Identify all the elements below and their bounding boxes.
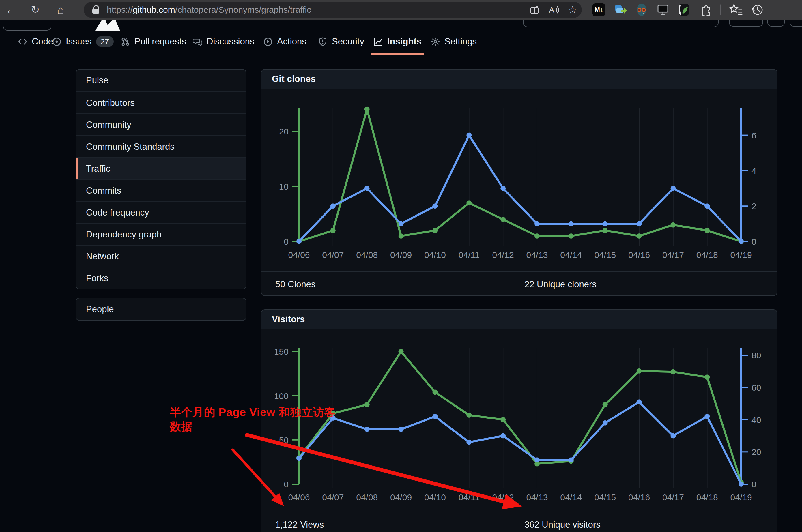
svg-text:50: 50 xyxy=(279,435,288,445)
svg-text:04/15: 04/15 xyxy=(594,493,616,502)
tab-pull-requests[interactable]: Pull requests xyxy=(120,28,186,55)
svg-text:04/08: 04/08 xyxy=(356,250,378,260)
actions-icon xyxy=(263,37,273,46)
favorites-list-icon[interactable] xyxy=(729,3,743,16)
home-icon[interactable]: ⌂ xyxy=(53,2,68,17)
code-icon xyxy=(18,37,27,46)
issue-icon xyxy=(52,37,61,46)
back-icon[interactable]: ← xyxy=(3,2,18,17)
visitors-header: Visitors xyxy=(261,310,777,329)
svg-text:04/06: 04/06 xyxy=(288,493,310,502)
insights-icon xyxy=(373,37,383,46)
sidebar-item-community[interactable]: Community xyxy=(76,113,246,135)
leaf-extension-icon[interactable] xyxy=(678,3,691,16)
addressbar-actions: A ☆ xyxy=(529,2,577,18)
visitors-title: Visitors xyxy=(272,314,305,325)
sidebar-item-traffic[interactable]: Traffic xyxy=(76,157,246,179)
tab-code[interactable]: Code xyxy=(18,28,53,55)
svg-text:0: 0 xyxy=(284,479,288,489)
sidebar-item-dependency-graph[interactable]: Dependency graph xyxy=(76,223,246,245)
sidebar-item-people[interactable]: People xyxy=(76,298,246,320)
people-sidebar-box: People xyxy=(76,298,246,321)
annotation-text: 半个月的 Page View 和独立访客 数据 xyxy=(170,405,336,434)
svg-text:20: 20 xyxy=(279,127,288,136)
views-total: 1,122 Views xyxy=(275,512,324,532)
share-extension-icon[interactable] xyxy=(614,3,627,16)
svg-text:04/14: 04/14 xyxy=(560,250,582,260)
settings-icon xyxy=(431,37,440,46)
screenshot-root: { "colors":{"accent":"#f0917a","green":"… xyxy=(0,0,802,532)
svg-text:80: 80 xyxy=(751,350,761,360)
svg-text:04/17: 04/17 xyxy=(662,493,684,502)
sidebar-item-community-standards[interactable]: Community Standards xyxy=(76,135,246,157)
tab-actions[interactable]: Actions xyxy=(263,28,306,55)
tab-issues[interactable]: Issues27 xyxy=(52,28,114,55)
unique-visitors-total: 362 Unique visitors xyxy=(524,512,600,532)
tab-label: Issues xyxy=(66,36,92,47)
git-clones-header: Git clones xyxy=(261,70,777,89)
sidebar-item-pulse[interactable]: Pulse xyxy=(76,70,246,92)
svg-text:6: 6 xyxy=(751,131,757,140)
visitors-footer: 1,122 Views 362 Unique visitors xyxy=(261,512,777,532)
tab-discussions[interactable]: Discussions xyxy=(193,28,254,55)
svg-text:04/19: 04/19 xyxy=(730,493,752,502)
svg-text:0: 0 xyxy=(284,237,288,246)
clones-total: 50 Clones xyxy=(275,272,316,297)
tab-label: Actions xyxy=(277,36,306,47)
svg-text:04/13: 04/13 xyxy=(526,250,548,260)
git-clones-panel: Git clones 04/0604/0704/0804/0904/1004/1… xyxy=(261,69,778,296)
svg-text:04/16: 04/16 xyxy=(628,493,650,502)
unique-cloners-total: 22 Unique cloners xyxy=(524,272,597,297)
favorite-star-icon[interactable]: ☆ xyxy=(568,5,577,15)
svg-text:04/10: 04/10 xyxy=(424,493,446,502)
tab-label: Pull requests xyxy=(134,36,186,47)
markdown-extension-icon[interactable]: M↓ xyxy=(592,3,605,16)
sidebar-item-code-frequency[interactable]: Code frequency xyxy=(76,201,246,223)
tab-settings[interactable]: Settings xyxy=(431,28,477,55)
svg-text:0: 0 xyxy=(751,479,757,489)
tab-security[interactable]: Security xyxy=(318,28,364,55)
svg-text:04/09: 04/09 xyxy=(390,493,412,502)
svg-text:04/14: 04/14 xyxy=(560,493,582,502)
tab-insights[interactable]: Insights xyxy=(373,28,422,55)
svg-text:04/07: 04/07 xyxy=(322,493,344,502)
svg-text:04/18: 04/18 xyxy=(696,493,718,502)
svg-text:04/11: 04/11 xyxy=(459,493,480,502)
lock-icon xyxy=(92,9,99,14)
url-path: /chatopera/Synonyms/graphs/traffic xyxy=(175,5,311,15)
history-icon[interactable] xyxy=(751,3,764,16)
git-clones-footer: 50 Clones 22 Unique cloners xyxy=(261,271,777,306)
extensions-puzzle-icon[interactable] xyxy=(699,3,712,16)
read-aloud-icon[interactable]: A xyxy=(548,5,559,15)
sidebar-item-forks[interactable]: Forks xyxy=(76,267,246,289)
visitors-chart: 04/0604/0704/0804/0904/1004/1104/1204/13… xyxy=(261,330,778,512)
svg-text:60: 60 xyxy=(751,383,761,392)
svg-text:20: 20 xyxy=(751,447,761,457)
sidebar-item-network[interactable]: Network xyxy=(76,245,246,267)
tab-label: Insights xyxy=(387,36,422,47)
visitors-panel: Visitors 04/0604/0704/0804/0904/1004/110… xyxy=(261,309,778,532)
monitor-extension-icon[interactable] xyxy=(656,3,670,16)
toolbar-separator xyxy=(720,4,721,15)
split-screen-icon[interactable] xyxy=(529,5,540,15)
svg-text:40: 40 xyxy=(751,415,761,425)
issues-count-badge: 27 xyxy=(96,36,114,47)
url-host: github.com xyxy=(133,5,175,15)
discussions-icon xyxy=(193,37,202,46)
svg-text:100: 100 xyxy=(274,391,288,401)
svg-text:4: 4 xyxy=(751,166,757,175)
svg-text:04/15: 04/15 xyxy=(594,250,616,260)
svg-text:04/08: 04/08 xyxy=(356,493,378,502)
sidebar-item-commits[interactable]: Commits xyxy=(76,179,246,201)
svg-text:04/11: 04/11 xyxy=(459,250,480,260)
svg-text:2: 2 xyxy=(751,202,757,211)
svg-text:A: A xyxy=(549,5,554,15)
tab-label: Settings xyxy=(444,36,477,47)
mask-extension-icon[interactable] xyxy=(635,3,648,16)
address-bar[interactable]: https://github.com/chatopera/Synonyms/gr… xyxy=(84,2,582,18)
sidebar-item-contributors[interactable]: Contributors xyxy=(76,92,246,113)
svg-text:04/13: 04/13 xyxy=(526,493,548,502)
refresh-icon[interactable]: ↻ xyxy=(28,2,43,17)
svg-text:04/19: 04/19 xyxy=(730,250,752,260)
svg-text:10: 10 xyxy=(279,182,288,191)
